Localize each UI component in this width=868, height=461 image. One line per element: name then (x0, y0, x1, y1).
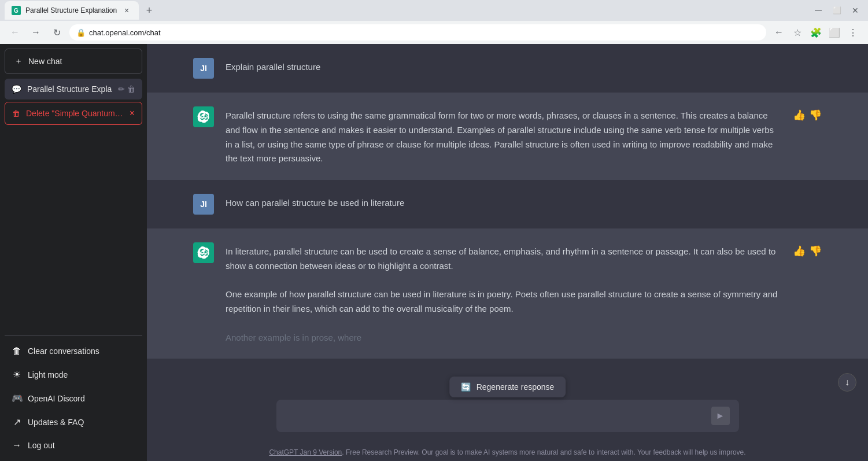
forward-button[interactable]: → (28, 24, 44, 40)
sidebar-light-mode[interactable]: ☀ Light mode (5, 363, 142, 386)
back-button[interactable]: ← (7, 24, 23, 40)
tab-bar: G Parallel Structure Explanation × + — ⬜… (0, 0, 868, 21)
ai-message-content-2: In literature, parallel structure can be… (226, 242, 781, 345)
back-nav-icon[interactable]: ← (771, 24, 787, 40)
ai-avatar-2 (193, 242, 214, 263)
logout-label: Log out (28, 441, 55, 450)
ai-message-actions-1: 👍 👎 (793, 106, 822, 121)
regenerate-label: Regenerate response (477, 382, 555, 392)
star-icon[interactable]: ☆ (789, 24, 806, 40)
scroll-down-button[interactable]: ↓ (838, 373, 856, 392)
sidebar-bottom: 🗑 Clear conversations ☀ Light mode 🎮 Ope… (5, 335, 142, 456)
chat-history: 💬 Parallel Structure Expla ✏ 🗑 🗑 Delete … (5, 76, 142, 335)
user-message-content-2: How can parallel structure be used in li… (226, 194, 822, 211)
delete-chat-button[interactable]: 🗑 (127, 84, 135, 94)
user-message-2: JI How can parallel structure be used in… (147, 180, 868, 228)
delete-confirm-item[interactable]: 🗑 Delete "Simple Quantum Com × (5, 102, 142, 125)
input-wrapper: ► (276, 400, 739, 432)
send-button[interactable]: ► (711, 407, 730, 425)
sidebar-discord[interactable]: 🎮 OpenAI Discord (5, 387, 142, 410)
sidebar-logout[interactable]: → Log out (5, 434, 142, 456)
lock-icon: 🔒 (76, 28, 86, 37)
thumbs-down-button-2[interactable]: 👎 (809, 245, 822, 257)
ai-message-1: Parallel structure refers to using the s… (147, 93, 868, 180)
chat-input[interactable] (286, 409, 707, 423)
new-chat-label: New chat (28, 57, 62, 66)
footer-text: . Free Research Preview. Our goal is to … (342, 448, 745, 456)
chat-icon: 💬 (12, 84, 21, 94)
chat-item-actions: ✏ 🗑 (118, 84, 135, 94)
minimize-button[interactable]: — (810, 2, 826, 19)
user-avatar-1: JI (193, 58, 214, 79)
active-tab[interactable]: G Parallel Structure Explanation × (5, 1, 139, 20)
menu-icon[interactable]: ⋮ (845, 24, 861, 40)
ai-message-2: In literature, parallel structure can be… (147, 228, 868, 359)
logout-icon: → (12, 440, 22, 451)
discord-label: OpenAI Discord (28, 394, 85, 403)
ai-message-content-1: Parallel structure refers to using the s… (226, 106, 781, 166)
thumbs-up-button-1[interactable]: 👍 (793, 109, 806, 121)
reload-button[interactable]: ↻ (49, 24, 65, 40)
plus-icon: ＋ (14, 56, 23, 67)
regenerate-icon: 🔄 (461, 382, 471, 392)
light-mode-label: Light mode (28, 370, 68, 379)
nav-actions: ← ☆ 🧩 ⬜ ⋮ (771, 24, 861, 40)
edit-chat-button[interactable]: ✏ (118, 84, 125, 94)
chat-messages: JI Explain parallel structure Parallel s… (147, 44, 868, 393)
clear-conversations-label: Clear conversations (28, 346, 99, 356)
tab-close-button[interactable]: × (121, 5, 132, 16)
delete-item-label: Delete "Simple Quantum Com (26, 109, 124, 118)
footer: ChatGPT Jan 9 Version. Free Research Pre… (147, 444, 868, 461)
user-message-content-1: Explain parallel structure (226, 58, 822, 75)
url-text: chat.openai.com/chat (89, 28, 161, 37)
thumbs-up-button-2[interactable]: 👍 (793, 245, 806, 257)
app: ＋ New chat 💬 Parallel Structure Expla ✏ … (0, 44, 868, 461)
address-bar[interactable]: 🔒 chat.openai.com/chat (69, 24, 766, 40)
browser-chrome: G Parallel Structure Explanation × + — ⬜… (0, 0, 868, 44)
chat-item-title: Parallel Structure Expla (27, 84, 112, 94)
close-window-button[interactable]: ✕ (847, 2, 863, 19)
input-area: 🔄 Regenerate response ► ↓ (147, 393, 868, 444)
delete-close-icon[interactable]: × (130, 108, 135, 119)
ai-message-actions-2: 👍 👎 (793, 242, 822, 257)
nav-bar: ← → ↻ 🔒 chat.openai.com/chat ← ☆ 🧩 ⬜ ⋮ (0, 21, 868, 44)
external-link-icon: ↗ (12, 416, 22, 427)
restore-button[interactable]: ⬜ (829, 2, 845, 19)
regenerate-popup[interactable]: 🔄 Regenerate response (449, 377, 566, 397)
tab-title: Parallel Structure Explanation (25, 6, 117, 14)
user-message-1: JI Explain parallel structure (147, 44, 868, 93)
sidebar: ＋ New chat 💬 Parallel Structure Expla ✏ … (0, 44, 147, 461)
chat-history-item[interactable]: 💬 Parallel Structure Expla ✏ 🗑 (5, 79, 142, 99)
thumbs-down-button-1[interactable]: 👎 (809, 109, 822, 121)
delete-icon: 🗑 (12, 109, 20, 118)
ai-avatar-1 (193, 106, 214, 127)
user-avatar-2: JI (193, 194, 214, 215)
sidebar-clear-conversations[interactable]: 🗑 Clear conversations (5, 340, 142, 362)
new-tab-button[interactable]: + (141, 2, 157, 19)
faq-label: Updates & FAQ (28, 418, 84, 427)
new-chat-button[interactable]: ＋ New chat (5, 49, 142, 74)
footer-link[interactable]: ChatGPT Jan 9 Version (269, 448, 342, 456)
discord-icon: 🎮 (12, 393, 22, 404)
sun-icon: ☀ (12, 369, 22, 380)
trash-icon: 🗑 (12, 346, 22, 356)
main-content: JI Explain parallel structure Parallel s… (147, 44, 868, 461)
split-view-icon[interactable]: ⬜ (826, 24, 843, 40)
sidebar-faq[interactable]: ↗ Updates & FAQ (5, 411, 142, 433)
extensions-icon[interactable]: 🧩 (808, 24, 824, 40)
tab-favicon: G (12, 6, 21, 15)
